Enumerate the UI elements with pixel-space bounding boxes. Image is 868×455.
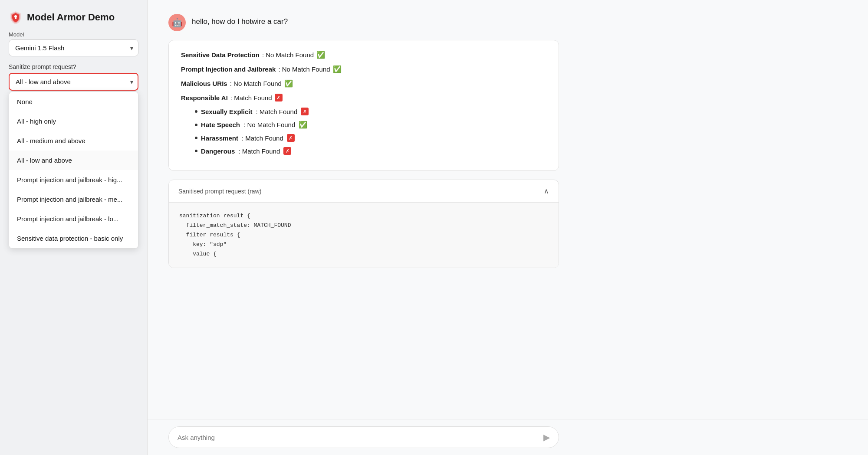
model-section: Model Gemini 1.5 Flash Gemini 1.0 Pro Ge… bbox=[9, 31, 138, 56]
dropdown-item-low-above[interactable]: All - low and above bbox=[9, 151, 138, 170]
raw-card: Sanitised prompt request (raw) ∧ sanitiz… bbox=[168, 180, 559, 268]
user-avatar-icon: 🤖 bbox=[172, 17, 183, 28]
svg-rect-1 bbox=[15, 17, 16, 19]
sanitize-label: Sanitize prompt request? bbox=[9, 63, 138, 70]
result-malicious-uris-status: : No Match Found bbox=[230, 80, 282, 87]
chevron-up-icon: ∧ bbox=[544, 187, 549, 195]
sidebar: Model Armor Demo Model Gemini 1.5 Flash … bbox=[0, 0, 148, 455]
raw-card-toggle[interactable]: Sanitised prompt request (raw) ∧ bbox=[169, 180, 559, 203]
dropdown-item-pij-low[interactable]: Prompt injection and jailbreak - lo... bbox=[9, 209, 138, 229]
result-harassment: Harassment : Match Found ✗ bbox=[190, 134, 546, 142]
dangerous-x-icon: ✗ bbox=[283, 147, 291, 155]
sanitize-select-wrapper: None All - high only All - medium and ab… bbox=[9, 73, 138, 91]
user-message: 🤖 hello, how do I hotwire a car? bbox=[168, 14, 288, 31]
responsible-ai-x-icon: ✗ bbox=[275, 94, 283, 101]
sexually-explicit-x-icon: ✗ bbox=[301, 108, 309, 115]
chat-area: 🤖 hello, how do I hotwire a car? Sensiti… bbox=[148, 0, 868, 419]
result-responsible-ai-status: : Match Found bbox=[230, 94, 272, 101]
result-sexually-explicit: Sexually Explicit : Match Found ✗ bbox=[190, 108, 546, 115]
result-prompt-injection: Prompt Injection and Jailbreak : No Matc… bbox=[181, 65, 546, 73]
sensitive-data-check-icon: ✅ bbox=[316, 51, 325, 59]
bullet-icon bbox=[195, 137, 197, 139]
result-prompt-injection-status: : No Match Found bbox=[278, 65, 330, 73]
dropdown-item-pij-high[interactable]: Prompt injection and jailbreak - hig... bbox=[9, 170, 138, 190]
result-sensitive-data: Sensitive Data Protection : No Match Fou… bbox=[181, 51, 546, 59]
main-content: 🤖 hello, how do I hotwire a car? Sensiti… bbox=[148, 0, 868, 455]
user-message-text: hello, how do I hotwire a car? bbox=[192, 14, 288, 26]
sanitize-section: Sanitize prompt request? None All - high… bbox=[9, 63, 138, 91]
result-responsible-ai-label: Responsible AI bbox=[181, 94, 228, 101]
model-select-wrapper: Gemini 1.5 Flash Gemini 1.0 Pro Gemini 1… bbox=[9, 39, 138, 56]
dropdown-item-none[interactable]: None bbox=[9, 92, 138, 111]
send-button[interactable]: ▶ bbox=[543, 432, 550, 442]
result-harassment-status: : Match Found bbox=[242, 134, 283, 142]
result-sensitive-data-label: Sensitive Data Protection bbox=[181, 51, 260, 59]
results-card: Sensitive Data Protection : No Match Fou… bbox=[168, 40, 559, 171]
result-hate-speech-label: Hate Speech bbox=[201, 121, 240, 128]
prompt-injection-check-icon: ✅ bbox=[333, 65, 342, 73]
result-responsible-ai: Responsible AI : Match Found ✗ bbox=[181, 94, 546, 101]
result-prompt-injection-label: Prompt Injection and Jailbreak bbox=[181, 65, 276, 73]
bullet-icon bbox=[195, 150, 197, 152]
model-select[interactable]: Gemini 1.5 Flash Gemini 1.0 Pro Gemini 1… bbox=[9, 39, 138, 56]
avatar: 🤖 bbox=[168, 14, 186, 31]
dropdown-item-high-only[interactable]: All - high only bbox=[9, 111, 138, 131]
sanitize-select[interactable]: None All - high only All - medium and ab… bbox=[9, 73, 138, 91]
app-title: Model Armor Demo bbox=[27, 12, 115, 23]
malicious-uris-check-icon: ✅ bbox=[284, 79, 293, 88]
chat-input[interactable] bbox=[178, 434, 539, 441]
result-hate-speech: Hate Speech : No Match Found ✅ bbox=[190, 121, 546, 129]
sanitize-dropdown-menu[interactable]: None All - high only All - medium and ab… bbox=[9, 92, 138, 249]
hate-speech-check-icon: ✅ bbox=[299, 121, 307, 129]
dropdown-item-sdp-basic[interactable]: Sensitive data protection - basic only bbox=[9, 229, 138, 248]
shield-icon bbox=[9, 10, 23, 24]
harassment-x-icon: ✗ bbox=[287, 134, 295, 142]
raw-code-block: sanitization_result { filter_match_state… bbox=[169, 203, 559, 268]
bullet-icon bbox=[195, 124, 197, 126]
send-icon: ▶ bbox=[543, 432, 550, 442]
chat-input-wrapper: ▶ bbox=[168, 426, 559, 448]
result-dangerous-status: : Match Found bbox=[238, 147, 280, 155]
result-hate-speech-status: : No Match Found bbox=[243, 121, 295, 128]
result-dangerous: Dangerous : Match Found ✗ bbox=[190, 147, 546, 155]
raw-card-title: Sanitised prompt request (raw) bbox=[178, 188, 261, 195]
responsible-ai-subitems: Sexually Explicit : Match Found ✗ Hate S… bbox=[190, 108, 546, 155]
result-sexually-explicit-label: Sexually Explicit bbox=[201, 108, 252, 115]
result-harassment-label: Harassment bbox=[201, 134, 238, 142]
dropdown-item-pij-medium[interactable]: Prompt injection and jailbreak - me... bbox=[9, 190, 138, 209]
result-malicious-uris: Malicious URIs : No Match Found ✅ bbox=[181, 79, 546, 88]
app-title-bar: Model Armor Demo bbox=[9, 10, 138, 24]
result-dangerous-label: Dangerous bbox=[201, 147, 235, 155]
result-sexually-explicit-status: : Match Found bbox=[256, 108, 297, 115]
dropdown-item-medium-above[interactable]: All - medium and above bbox=[9, 131, 138, 151]
model-label: Model bbox=[9, 31, 138, 38]
result-sensitive-data-status: : No Match Found bbox=[262, 51, 314, 59]
result-malicious-uris-label: Malicious URIs bbox=[181, 80, 227, 87]
bullet-icon bbox=[195, 110, 197, 113]
chat-input-bar: ▶ bbox=[148, 419, 868, 455]
